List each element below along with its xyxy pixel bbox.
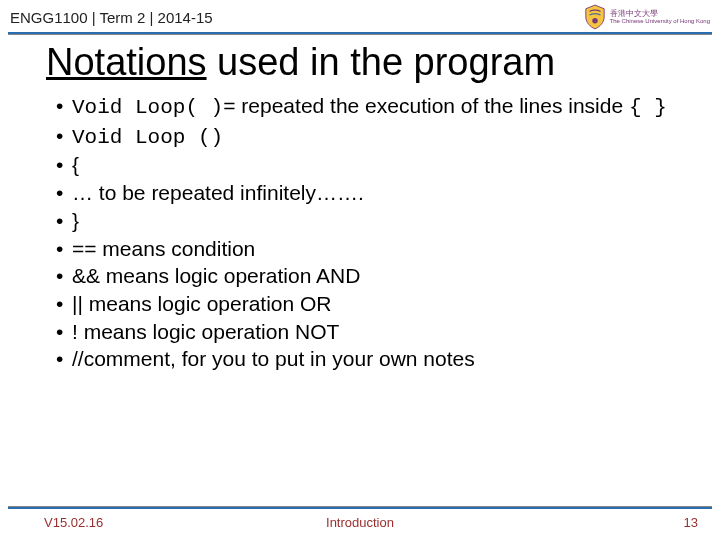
logo-cn: 香港中文大學 — [610, 10, 710, 18]
code-span: Void Loop( ) — [72, 96, 223, 119]
text-span: //comment, for you to put in your own no… — [72, 347, 475, 370]
title-rest: used in the program — [207, 41, 556, 83]
shield-icon — [584, 4, 606, 30]
footer-page: 13 — [684, 515, 698, 530]
text-span: { — [72, 153, 79, 176]
bullet-item: ! means logic operation NOT — [56, 318, 676, 346]
text-span: || means logic operation OR — [72, 292, 332, 315]
bullet-item: Void Loop () — [56, 122, 676, 152]
code-span: Void Loop () — [72, 126, 223, 149]
bullet-item: { — [56, 151, 676, 179]
text-span: … to be repeated infinitely……. — [72, 181, 364, 204]
bullet-item: Void Loop( )= repeated the execution of … — [56, 92, 676, 122]
text-span: } — [72, 209, 79, 232]
text-span: ! means logic operation NOT — [72, 320, 339, 343]
bullet-item: == means condition — [56, 235, 676, 263]
bullet-item: //comment, for you to put in your own no… — [56, 345, 676, 373]
footer-center: Introduction — [326, 515, 394, 530]
code-span: { } — [629, 96, 667, 119]
bullet-item: || means logic operation OR — [56, 290, 676, 318]
slide-header: ENGG1100 | Term 2 | 2014-15 香港中文大學 The C… — [0, 0, 720, 32]
svg-point-0 — [592, 18, 598, 23]
logo-en: The Chinese University of Hong Kong — [610, 18, 710, 24]
course-code: ENGG1100 | Term 2 | 2014-15 — [10, 9, 213, 26]
university-logo: 香港中文大學 The Chinese University of Hong Ko… — [584, 4, 710, 30]
text-span: && means logic operation AND — [72, 264, 360, 287]
slide-content: Void Loop( )= repeated the execution of … — [0, 90, 720, 506]
bullet-item: } — [56, 207, 676, 235]
logo-text: 香港中文大學 The Chinese University of Hong Ko… — [610, 10, 710, 24]
title-underlined: Notations — [46, 41, 207, 83]
text-span: == means condition — [72, 237, 255, 260]
slide-title: Notations used in the program — [0, 35, 720, 90]
slide-footer: V15.02.16 Introduction 13 — [0, 509, 720, 540]
bullet-item: && means logic operation AND — [56, 262, 676, 290]
slide: ENGG1100 | Term 2 | 2014-15 香港中文大學 The C… — [0, 0, 720, 540]
bullet-item: … to be repeated infinitely……. — [56, 179, 676, 207]
footer-version: V15.02.16 — [44, 515, 103, 530]
text-span: = repeated the execution of the lines in… — [223, 94, 623, 117]
